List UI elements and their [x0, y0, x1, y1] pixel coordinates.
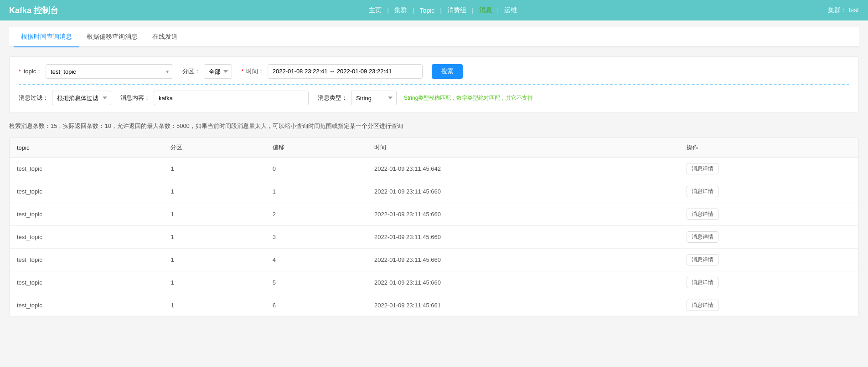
cell-action: 消息详情: [679, 158, 858, 180]
tab-bar: 根据时间查询消息 根据偏移查询消息 在线发送: [9, 27, 859, 47]
topic-label: * topic：: [19, 67, 42, 76]
cell-offset: 5: [265, 271, 367, 294]
filter-label: 消息过滤：: [19, 94, 48, 102]
detail-button[interactable]: 消息详情: [687, 300, 718, 311]
nav-ops[interactable]: 运维: [499, 6, 522, 15]
col-topic: topic: [10, 138, 163, 158]
table-row: test_topic122022-01-09 23:11:45:660消息详情: [10, 203, 858, 226]
cell-time: 2022-01-09 23:11:45:642: [367, 158, 679, 180]
cell-topic: test_topic: [10, 180, 163, 203]
cell-offset: 1: [265, 180, 367, 203]
tab-time-query[interactable]: 根据时间查询消息: [14, 27, 79, 47]
app-title: Kafka 控制台: [9, 5, 58, 16]
cell-topic: test_topic: [10, 203, 163, 226]
filter-select[interactable]: 根据消息体过滤: [52, 91, 111, 105]
header: Kafka 控制台 主页 | 集群 | Topic | 消费组 | 消息 | 运…: [0, 0, 868, 20]
table-row: test_topic162022-01-09 23:11:45:661消息详情: [10, 294, 858, 317]
cell-offset: 6: [265, 294, 367, 317]
tab-online-send[interactable]: 在线发送: [145, 27, 185, 47]
time-range-input[interactable]: [268, 64, 423, 79]
partition-label: 分区：: [182, 67, 200, 76]
table-row: test_topic132022-01-09 23:11:45:660消息详情: [10, 226, 858, 249]
main-nav: 主页 | 集群 | Topic | 消费组 | 消息 | 运维: [363, 6, 522, 15]
cell-action: 消息详情: [679, 249, 858, 271]
time-required-star: *: [241, 68, 243, 75]
cell-partition: 1: [163, 180, 265, 203]
cell-action: 消息详情: [679, 271, 858, 294]
table-row: test_topic142022-01-09 23:11:45:660消息详情: [10, 249, 858, 271]
time-label: * 时间：: [241, 67, 264, 76]
table-header-row: topic 分区 偏移 时间 操作: [10, 138, 858, 158]
cell-partition: 1: [163, 249, 265, 271]
col-partition: 分区: [163, 138, 265, 158]
nav-cluster[interactable]: 集群: [389, 6, 413, 15]
filter-field-group: 消息过滤： 根据消息体过滤: [19, 91, 111, 105]
content-field-group: 消息内容：: [120, 91, 309, 105]
nav-topic[interactable]: Topic: [414, 7, 440, 14]
table-row: test_topic102022-01-09 23:11:45:642消息详情: [10, 158, 858, 180]
type-label: 消息类型：: [318, 94, 347, 102]
detail-button[interactable]: 消息详情: [687, 186, 718, 197]
detail-button[interactable]: 消息详情: [687, 163, 718, 174]
partition-select[interactable]: 全部: [204, 64, 232, 79]
col-offset: 偏移: [265, 138, 367, 158]
nav-consumer-group[interactable]: 消费组: [442, 6, 472, 15]
cell-partition: 1: [163, 226, 265, 249]
cell-topic: test_topic: [10, 249, 163, 271]
detail-button[interactable]: 消息详情: [687, 254, 718, 265]
cell-action: 消息详情: [679, 226, 858, 249]
main-content: 根据时间查询消息 根据偏移查询消息 在线发送 * topic： ▼ 分区： 全部: [0, 20, 868, 367]
cell-offset: 3: [265, 226, 367, 249]
cell-action: 消息详情: [679, 294, 858, 317]
topic-select-wrapper: ▼: [46, 64, 173, 79]
cell-partition: 1: [163, 294, 265, 317]
detail-button[interactable]: 消息详情: [687, 231, 718, 243]
col-time: 时间: [367, 138, 679, 158]
summary-text: 检索消息条数：15，实际返回条数：10，允许返回的最大条数：5000，如果当前时…: [9, 120, 859, 132]
cell-partition: 1: [163, 203, 265, 226]
detail-button[interactable]: 消息详情: [687, 209, 718, 220]
content-label: 消息内容：: [120, 94, 150, 102]
cluster-label: 集群：: [828, 6, 847, 14]
search-row-1: * topic： ▼ 分区： 全部 * 时间：: [19, 64, 849, 79]
cell-time: 2022-01-09 23:11:45:660: [367, 203, 679, 226]
content-input[interactable]: [154, 91, 309, 105]
type-select[interactable]: String: [351, 91, 397, 105]
nav-message[interactable]: 消息: [474, 6, 497, 15]
cell-offset: 4: [265, 249, 367, 271]
tab-offset-query[interactable]: 根据偏移查询消息: [79, 27, 145, 47]
cluster-info: 集群： test: [828, 6, 859, 15]
detail-button[interactable]: 消息详情: [687, 277, 718, 288]
topic-field-group: * topic： ▼: [19, 64, 173, 79]
type-hint: String类型模糊匹配，数字类型绝对匹配，其它不支持: [404, 94, 533, 102]
cell-time: 2022-01-09 23:11:45:661: [367, 294, 679, 317]
type-field-group: 消息类型： String String类型模糊匹配，数字类型绝对匹配，其它不支持: [318, 91, 533, 105]
cell-time: 2022-01-09 23:11:45:660: [367, 249, 679, 271]
nav-home[interactable]: 主页: [363, 6, 387, 15]
col-action: 操作: [679, 138, 858, 158]
topic-required-star: *: [19, 68, 21, 75]
table-row: test_topic152022-01-09 23:11:45:660消息详情: [10, 271, 858, 294]
cell-action: 消息详情: [679, 203, 858, 226]
cell-partition: 1: [163, 158, 265, 180]
table-row: test_topic112022-01-09 23:11:45:660消息详情: [10, 180, 858, 203]
cell-topic: test_topic: [10, 158, 163, 180]
cell-topic: test_topic: [10, 271, 163, 294]
search-row-2: 消息过滤： 根据消息体过滤 消息内容： 消息类型： String String类…: [19, 84, 849, 105]
cell-time: 2022-01-09 23:11:45:660: [367, 180, 679, 203]
data-table: topic 分区 偏移 时间 操作 test_topic102022-01-09…: [9, 138, 859, 317]
cell-topic: test_topic: [10, 294, 163, 317]
search-button[interactable]: 搜索: [432, 64, 463, 79]
cell-topic: test_topic: [10, 226, 163, 249]
topic-input[interactable]: [46, 64, 173, 79]
time-field-group: * 时间：: [241, 64, 423, 79]
search-panel: * topic： ▼ 分区： 全部 * 时间：: [9, 56, 859, 113]
topic-label-text: topic：: [24, 68, 42, 75]
cell-partition: 1: [163, 271, 265, 294]
partition-field-group: 分区： 全部: [182, 64, 232, 79]
cell-offset: 0: [265, 158, 367, 180]
cell-time: 2022-01-09 23:11:45:660: [367, 226, 679, 249]
cell-action: 消息详情: [679, 180, 858, 203]
time-label-text: 时间：: [246, 68, 264, 75]
cell-offset: 2: [265, 203, 367, 226]
